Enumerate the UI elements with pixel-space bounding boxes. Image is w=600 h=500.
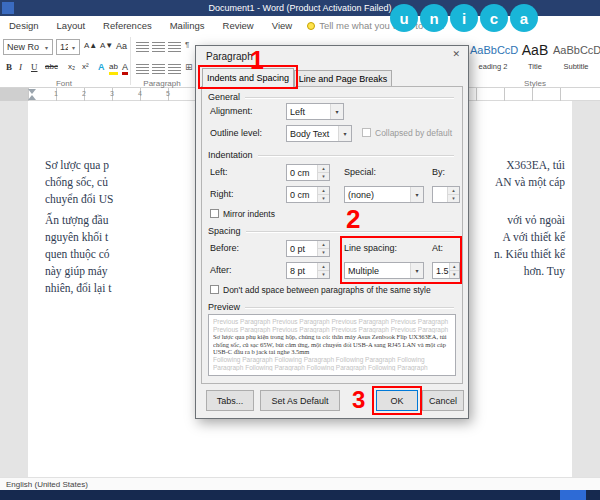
after-label: After: <box>210 265 232 275</box>
document-text-line: với vỏ ngoài <box>472 214 565 226</box>
italic-icon[interactable]: I <box>19 62 22 72</box>
mirror-indents-label: Mirror indents <box>223 209 275 219</box>
ribbon-tab-view[interactable]: View <box>263 16 301 35</box>
styles-group-label: Styles <box>480 79 590 88</box>
special-by-spinner[interactable]: ▴▾ <box>432 186 460 203</box>
document-text-line: X363EA, túi <box>472 159 565 171</box>
ruler-number: 5 <box>166 90 170 97</box>
spacing-after-spinner[interactable]: 8 pt ▴▾ <box>286 262 330 279</box>
set-as-default-button[interactable]: Set As Default <box>260 390 340 411</box>
bullets-icon[interactable] <box>136 42 149 52</box>
borders-icon[interactable]: ⊞ <box>185 62 193 72</box>
preview-section-header: Preview <box>208 302 454 312</box>
grow-font-icon[interactable]: A▲ <box>84 41 97 50</box>
annotation-box-2 <box>340 236 462 284</box>
underline-icon[interactable]: U <box>31 62 38 72</box>
numbering-icon[interactable] <box>152 42 165 52</box>
align-center-icon[interactable] <box>152 64 165 74</box>
indent-left-spinner[interactable]: 0 cm ▴▾ <box>286 164 330 181</box>
chevron-down-icon: ▾ <box>41 44 52 51</box>
document-text-line: n. Kiểu thiết kế <box>472 248 565 260</box>
ruler-number: 1 <box>54 90 58 97</box>
mirror-indents-checkbox[interactable] <box>210 209 219 218</box>
cancel-button[interactable]: Cancel <box>422 390 464 411</box>
spinner-down-icon[interactable]: ▾ <box>448 195 459 202</box>
ruler-number: 4 <box>138 90 142 97</box>
by-label: By: <box>432 167 445 177</box>
font-name-combo[interactable]: New Ro ▾ <box>3 39 53 55</box>
close-icon[interactable]: ✕ <box>452 49 460 59</box>
text-effects-icon[interactable]: A <box>98 62 105 72</box>
document-text-line: nhiên, đổi lại t <box>45 282 195 294</box>
spinner-up-icon[interactable]: ▴ <box>318 241 329 249</box>
outline-level-dropdown[interactable]: Body Text ▾ <box>286 125 352 142</box>
document-text-line: này giúp máy <box>45 265 195 277</box>
document-text-line: nguyên khối t <box>45 231 195 243</box>
align-left-icon[interactable] <box>136 64 149 74</box>
ribbon-tab-references[interactable]: References <box>94 16 161 35</box>
spinner-up-icon[interactable]: ▴ <box>318 263 329 271</box>
indentation-section-header: Indentation <box>208 150 454 160</box>
unica-logo: u n i c a <box>390 4 540 32</box>
word-icon <box>2 2 14 14</box>
group-divider <box>130 37 131 85</box>
ribbon-tab-review[interactable]: Review <box>214 16 263 35</box>
tab-line-and-page-breaks[interactable]: Line and Page Breaks <box>294 70 392 87</box>
bold-icon[interactable]: B <box>6 62 12 72</box>
style-card-subtitle[interactable]: AaBbCcD Subtitle <box>553 40 599 71</box>
subscript-icon[interactable]: x₂ <box>68 62 75 71</box>
taskbar-button[interactable] <box>560 490 586 500</box>
special-dropdown[interactable]: (none) ▾ <box>344 186 424 203</box>
font-color-icon[interactable]: A <box>122 62 128 75</box>
ribbon-tab-design[interactable]: Design <box>0 16 48 35</box>
alignment-dropdown[interactable]: Left ▾ <box>286 103 344 120</box>
indent-left-label: Left: <box>210 167 228 177</box>
superscript-icon[interactable]: x² <box>82 62 89 71</box>
highlight-color-icon[interactable]: ab <box>109 62 118 75</box>
annotation-number-3: 3 <box>352 386 365 414</box>
preview-following-text: Following Paragraph Following Paragraph … <box>213 356 451 371</box>
spinner-down-icon[interactable]: ▾ <box>318 271 329 278</box>
font-size-combo[interactable]: 12 ▾ <box>56 39 80 55</box>
spinner-up-icon[interactable]: ▴ <box>318 165 329 173</box>
preview-sample-text: Sơ lược qua phụ kiện trong hộp, chúng ta… <box>213 333 451 356</box>
spinner-down-icon[interactable]: ▾ <box>318 249 329 256</box>
before-label: Before: <box>210 243 239 253</box>
annotation-number-2: 2 <box>346 204 360 235</box>
document-text-line: hơn. Tuy <box>472 265 565 277</box>
status-bar: English (United States) <box>0 477 600 490</box>
no-space-same-style-checkbox[interactable] <box>210 285 219 294</box>
spacing-section-header: Spacing <box>208 226 454 236</box>
style-card-title[interactable]: AaB Title <box>519 40 551 71</box>
tabs-button[interactable]: Tabs... <box>206 390 254 411</box>
dialog-title[interactable]: Paragraph <box>206 51 253 62</box>
document-text-line: Ấn tượng đầu <box>45 214 195 226</box>
shrink-font-icon[interactable]: A▼ <box>100 41 113 50</box>
first-line-indent-marker[interactable] <box>28 89 36 94</box>
ribbon-tab-layout[interactable]: Layout <box>48 16 95 35</box>
collapsed-by-default-checkbox[interactable] <box>362 128 371 137</box>
indent-right-label: Right: <box>210 189 234 199</box>
spinner-up-icon[interactable]: ▴ <box>318 187 329 195</box>
language-status[interactable]: English (United States) <box>6 480 88 489</box>
spinner-down-icon[interactable]: ▾ <box>318 195 329 202</box>
ruler-number: 3 <box>110 90 114 97</box>
pilcrow-icon[interactable]: ¶ <box>185 40 189 49</box>
document-text-line: AN và một cáp <box>472 176 565 188</box>
spinner-down-icon[interactable]: ▾ <box>318 173 329 180</box>
collapsed-by-default-label: Collapsed by default <box>375 128 452 138</box>
special-label: Special: <box>344 167 376 177</box>
ribbon-tab-mailings[interactable]: Mailings <box>161 16 214 35</box>
change-case-icon[interactable]: Aa <box>116 41 127 51</box>
spacing-before-spinner[interactable]: 0 pt ▴▾ <box>286 240 330 257</box>
logo-letter: n <box>420 4 448 32</box>
document-text-line: quen thuộc có <box>45 248 195 260</box>
strikethrough-icon[interactable]: abc <box>45 62 58 71</box>
multilevel-list-icon[interactable] <box>168 42 181 52</box>
logo-letter: i <box>450 4 478 32</box>
spinner-up-icon[interactable]: ▴ <box>448 187 459 195</box>
hanging-indent-marker[interactable] <box>28 95 36 100</box>
indent-right-spinner[interactable]: 0 cm ▴▾ <box>286 186 330 203</box>
line-spacing-icon[interactable] <box>168 64 181 74</box>
style-card-heading2[interactable]: AaBbCcD eading 2 <box>470 40 516 71</box>
